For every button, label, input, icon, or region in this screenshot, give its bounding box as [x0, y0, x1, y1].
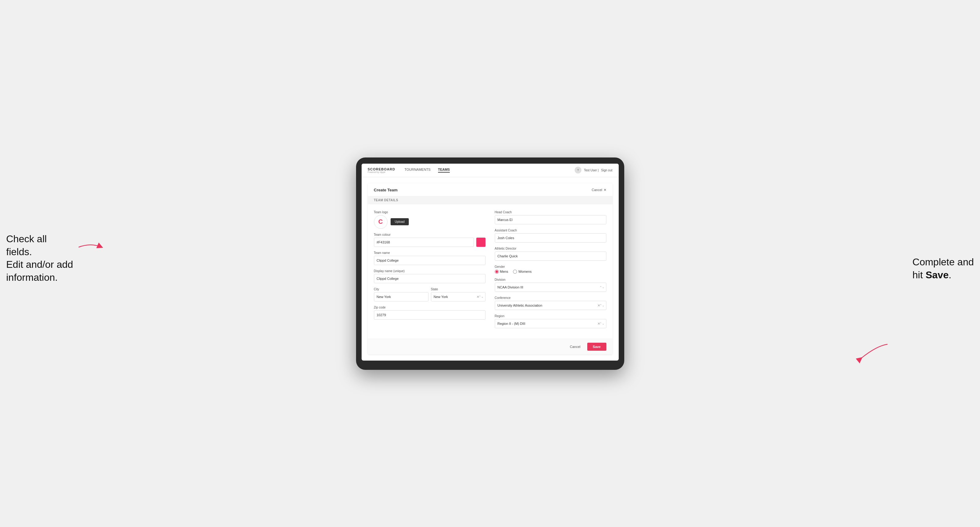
navbar: SCOREBOARD Powered by clippd TOURNAMENTS… [362, 163, 619, 177]
assistant-coach-label: Assistant Coach [495, 229, 606, 232]
display-name-input[interactable] [374, 274, 485, 283]
gender-mens-option[interactable]: Mens [495, 270, 508, 274]
form-title: Create Team [374, 188, 398, 192]
state-clear-icon[interactable]: ✕ [477, 295, 479, 298]
arrow-right-icon [858, 343, 889, 362]
conference-select-wrapper: University Athletic Association ✕ ⌃⌄ [495, 301, 606, 310]
color-swatch[interactable] [476, 238, 485, 247]
gender-group: Gender Mens Womens [495, 265, 606, 274]
conference-group: Conference University Athletic Associati… [495, 296, 606, 310]
brand: SCOREBOARD Powered by clippd [368, 167, 395, 173]
color-row [374, 238, 485, 247]
brand-title: SCOREBOARD [368, 167, 395, 171]
save-button[interactable]: Save [587, 343, 606, 351]
region-select[interactable]: Region II - (M) DIII [495, 319, 606, 328]
state-group: State New York ✕ ⌃⌄ [431, 287, 485, 302]
team-name-input[interactable] [374, 256, 485, 265]
division-select[interactable]: NCAA Division III [495, 283, 606, 292]
team-name-label: Team name [374, 251, 485, 254]
division-select-wrapper: NCAA Division III ⌃⌄ [495, 283, 606, 292]
form-footer: Cancel Save [368, 339, 612, 354]
navbar-right: T Test User | Sign out [574, 167, 612, 173]
display-name-label: Display name (unique) [374, 269, 485, 273]
head-coach-group: Head Coach [495, 211, 606, 224]
athletic-director-group: Athletic Director [495, 247, 606, 261]
team-logo-group: Team logo C Upload [374, 211, 485, 229]
division-group: Division NCAA Division III ⌃⌄ [495, 278, 606, 292]
logo-section: C Upload [374, 215, 485, 229]
team-logo-circle: C [374, 215, 388, 229]
arrow-left-icon [79, 241, 103, 254]
region-select-wrapper: Region II - (M) DIII ✕ ⌃⌄ [495, 319, 606, 328]
athletic-director-label: Athletic Director [495, 247, 606, 250]
form-body: Team logo C Upload Team colour [368, 204, 612, 339]
team-colour-label: Team colour [374, 233, 485, 237]
city-label: City [374, 287, 428, 291]
cancel-button[interactable]: Cancel [566, 343, 584, 351]
tablet-screen: SCOREBOARD Powered by clippd TOURNAMENTS… [362, 163, 619, 360]
city-input[interactable] [374, 292, 428, 302]
gender-mens-radio[interactable] [495, 270, 499, 274]
conference-label: Conference [495, 296, 606, 300]
tablet-frame: SCOREBOARD Powered by clippd TOURNAMENTS… [356, 157, 624, 370]
region-label: Region [495, 314, 606, 318]
nav-teams[interactable]: TEAMS [438, 168, 450, 173]
head-coach-label: Head Coach [495, 211, 606, 214]
form-header: Create Team Cancel ✕ [368, 183, 612, 196]
upload-button[interactable]: Upload [391, 218, 409, 225]
region-clear-icon[interactable]: ✕ [597, 321, 600, 325]
assistant-coach-group: Assistant Coach [495, 229, 606, 243]
zip-group: Zip code [374, 306, 485, 320]
team-name-group: Team name [374, 251, 485, 265]
gender-womens-option[interactable]: Womens [513, 270, 531, 274]
instruction-right: Complete and hit Save. [913, 256, 974, 281]
user-avatar: T [574, 167, 581, 173]
sign-out-link[interactable]: Sign out [601, 168, 612, 172]
zip-input[interactable] [374, 310, 485, 320]
assistant-coach-input[interactable] [495, 233, 606, 243]
nav-tournaments[interactable]: TOURNAMENTS [404, 168, 431, 173]
nav-links: TOURNAMENTS TEAMS [404, 168, 574, 173]
instruction-left: Check all fields. Edit and/or add inform… [6, 233, 74, 284]
state-select-wrapper: New York ✕ ⌃⌄ [431, 292, 485, 302]
user-label: Test User | [584, 168, 599, 172]
gender-label: Gender [495, 265, 606, 268]
zip-label: Zip code [374, 306, 485, 309]
head-coach-input[interactable] [495, 215, 606, 224]
division-label: Division [495, 278, 606, 281]
gender-radio-group: Mens Womens [495, 270, 606, 274]
conference-select[interactable]: University Athletic Association [495, 301, 606, 310]
athletic-director-input[interactable] [495, 251, 606, 261]
conference-clear-icon[interactable]: ✕ [597, 303, 600, 307]
team-logo-label: Team logo [374, 211, 485, 214]
region-group: Region Region II - (M) DIII ✕ ⌃⌄ [495, 314, 606, 328]
close-icon: ✕ [604, 188, 606, 192]
city-group: City [374, 287, 428, 302]
form-left-column: Team logo C Upload Team colour [374, 211, 485, 333]
team-colour-group: Team colour [374, 233, 485, 247]
section-header: TEAM DETAILS [368, 196, 612, 204]
form-cancel-header[interactable]: Cancel ✕ [592, 188, 606, 192]
brand-subtitle: Powered by clippd [368, 171, 395, 173]
city-state-row: City State New York ✕ ⌃⌄ [374, 287, 485, 302]
form-right-column: Head Coach Assistant Coach Athletic Dire… [495, 211, 606, 333]
team-colour-input[interactable] [374, 238, 474, 247]
state-label: State [431, 287, 485, 291]
create-team-form: Create Team Cancel ✕ TEAM DETAILS Team l… [368, 183, 612, 354]
gender-womens-radio[interactable] [513, 270, 517, 274]
display-name-group: Display name (unique) [374, 269, 485, 283]
